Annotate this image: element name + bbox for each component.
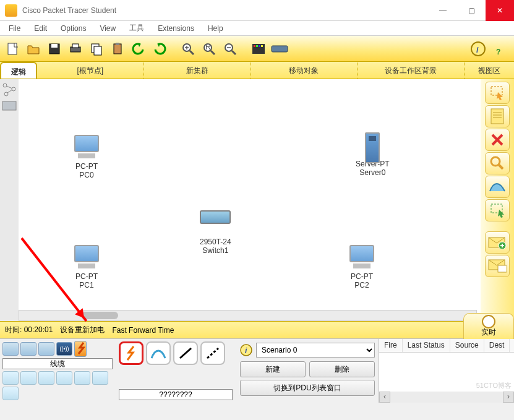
scenario-new-button[interactable]: 新建 — [240, 361, 306, 377]
svg-line-51 — [207, 348, 218, 358]
device-category-label: 线缆 — [2, 358, 113, 369]
open-file-icon[interactable] — [24, 39, 43, 59]
nav-new-cluster[interactable]: 新集群 — [144, 62, 251, 79]
device-type-label: PC-PT — [71, 162, 102, 171]
scenario-panel: i Scenario 0 新建 删除 切换到PDU列表窗口 — [236, 339, 379, 403]
realtime-tab[interactable]: 实时 — [463, 313, 514, 339]
nav-root[interactable]: [根节点] — [37, 62, 144, 79]
menu-view[interactable]: View — [95, 23, 121, 34]
repower-button[interactable]: 设备重新加电 — [60, 325, 105, 335]
inspect-tool-icon[interactable] — [485, 152, 510, 174]
note-tool-icon[interactable] — [485, 105, 510, 127]
add-simple-pdu-icon[interactable] — [485, 231, 510, 254]
subdevice-4-icon[interactable] — [56, 371, 72, 385]
status-grid-hscrollbar[interactable]: ‹ › — [379, 392, 514, 403]
maximize-button[interactable]: ▢ — [457, 0, 486, 21]
palette-icon[interactable] — [249, 39, 268, 59]
subdevice-7-icon[interactable] — [2, 387, 19, 400]
new-file-icon[interactable] — [2, 39, 22, 59]
device-switch1[interactable]: 2950T-24 Switch1 — [200, 203, 231, 255]
menu-help[interactable]: Help — [203, 23, 228, 34]
subdevice-1-icon[interactable] — [2, 371, 19, 385]
add-complex-pdu-icon[interactable] — [485, 255, 510, 277]
scenario-select[interactable]: Scenario 0 — [256, 343, 375, 358]
fast-forward-button[interactable]: Fast Forward Time — [112, 326, 174, 335]
category-switches-icon[interactable] — [20, 342, 36, 356]
topology-canvas[interactable]: PC-PT PC0 PC-PT PC1 PC-PT PC2 Server-PT … — [19, 79, 477, 310]
save-file-icon[interactable] — [45, 39, 64, 59]
redo-icon[interactable] — [150, 39, 169, 59]
physical-view-icon[interactable] — [1, 100, 17, 113]
tab-logical[interactable]: 逻辑 — [0, 62, 37, 79]
zoom-reset-icon[interactable]: R — [199, 39, 219, 59]
select-tool-icon[interactable] — [485, 82, 510, 104]
zoom-out-icon[interactable] — [220, 39, 240, 59]
connection-crossover-icon[interactable] — [200, 341, 225, 365]
connection-auto-icon[interactable] — [119, 341, 143, 365]
logical-view-icon[interactable] — [1, 82, 17, 98]
device-pc0[interactable]: PC-PT PC0 — [71, 135, 102, 179]
zoom-in-icon[interactable] — [178, 39, 198, 59]
close-button[interactable]: ✕ — [486, 0, 514, 21]
minimize-button[interactable]: — — [429, 0, 457, 21]
svg-rect-33 — [2, 101, 16, 110]
scroll-left-icon[interactable]: ‹ — [379, 392, 390, 403]
category-hubs-icon[interactable] — [38, 342, 54, 356]
window-title: Cisco Packet Tracer Student — [22, 6, 429, 15]
info-icon[interactable]: i — [468, 39, 488, 59]
subdevice-2-icon[interactable] — [20, 371, 36, 385]
device-pc2[interactable]: PC-PT PC2 — [346, 245, 377, 289]
col-dest[interactable]: Dest — [484, 339, 510, 352]
left-toolstrip — [0, 79, 19, 321]
svg-line-32 — [7, 90, 12, 93]
subdevice-5-icon[interactable] — [74, 371, 90, 385]
device-dialog-icon[interactable] — [270, 39, 289, 59]
menu-tools[interactable]: 工具 — [124, 22, 149, 35]
nav-set-bg[interactable]: 设备工作区背景 — [358, 62, 465, 79]
device-type-label: PC-PT — [71, 272, 102, 281]
clock-icon — [482, 315, 495, 328]
delete-tool-icon[interactable] — [485, 129, 510, 151]
svg-line-50 — [180, 348, 191, 358]
category-routers-icon[interactable] — [2, 342, 19, 356]
device-category-chooser: ((•)) 线缆 — [0, 339, 115, 403]
menu-file[interactable]: File — [4, 23, 25, 34]
svg-rect-6 — [94, 46, 101, 55]
svg-line-42 — [499, 165, 503, 169]
scenario-pdu-list-button[interactable]: 切换到PDU列表窗口 — [240, 380, 375, 396]
copy-icon[interactable] — [87, 39, 106, 59]
scenario-delete-button[interactable]: 删除 — [309, 361, 375, 377]
nav-move-object[interactable]: 移动对象 — [251, 62, 358, 79]
menu-extensions[interactable]: Extensions — [153, 23, 199, 34]
menu-options[interactable]: Options — [56, 23, 91, 34]
nav-strip: 逻辑 [根节点] 新集群 移动对象 设备工作区背景 视图区 — [0, 62, 514, 79]
category-connections-icon[interactable] — [74, 341, 87, 357]
resize-tool-icon[interactable] — [485, 199, 510, 221]
scroll-right-icon[interactable]: › — [503, 392, 514, 403]
category-wireless-icon[interactable]: ((•)) — [56, 342, 72, 356]
main-toolbar: R i ? — [0, 36, 514, 62]
device-server0[interactable]: Server-PT Server0 — [356, 132, 390, 177]
app-logo — [5, 4, 17, 17]
subdevice-6-icon[interactable] — [92, 371, 108, 385]
svg-rect-49 — [498, 265, 507, 272]
paste-icon[interactable] — [108, 39, 127, 59]
connection-straight-icon[interactable] — [173, 341, 198, 365]
col-last-status[interactable]: Last Status — [403, 339, 450, 352]
subdevice-3-icon[interactable] — [38, 371, 54, 385]
col-source[interactable]: Source — [450, 339, 484, 352]
sim-time-label: 时间: 00:20:01 — [5, 325, 53, 335]
col-fire[interactable]: Fire — [379, 339, 403, 352]
bottom-panel: ((•)) 线缆 ???????? i Scenario 0 — [0, 338, 514, 403]
draw-tool-icon[interactable] — [485, 176, 510, 198]
print-icon[interactable] — [66, 39, 85, 59]
help-icon[interactable]: ? — [490, 39, 510, 59]
nav-viewport[interactable]: 视图区 — [465, 62, 514, 79]
device-pc1[interactable]: PC-PT PC1 — [71, 245, 102, 289]
menu-edit[interactable]: Edit — [29, 23, 52, 34]
svg-rect-34 — [491, 87, 502, 95]
undo-icon[interactable] — [129, 39, 148, 59]
connection-console-icon[interactable] — [146, 341, 171, 365]
right-toolbar — [481, 79, 514, 321]
connection-type-label: ???????? — [119, 389, 233, 400]
